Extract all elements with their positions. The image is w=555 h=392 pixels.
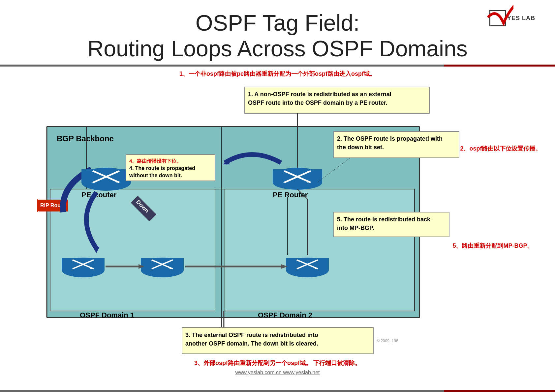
diagram-svg: 1. A non-OSPF route is redistributed as … bbox=[20, 80, 535, 357]
diagram-wrapper: 1. A non-OSPF route is redistributed as … bbox=[20, 80, 535, 357]
svg-text:2. The OSPF route is propagate: 2. The OSPF route is propagated with bbox=[337, 135, 443, 142]
chinese-note-5: 5、路由重新分配到MP-BGP。 bbox=[452, 242, 533, 250]
svg-rect-6 bbox=[50, 189, 215, 311]
title-line1: OSPF Tag Field: bbox=[196, 10, 360, 35]
bottom-divider bbox=[0, 390, 555, 392]
svg-text:© 2009_196: © 2009_196 bbox=[377, 339, 398, 343]
svg-text:into MP-BGP.: into MP-BGP. bbox=[337, 225, 374, 231]
chinese-note-3: 3、外部ospf路由重新分配到另一个ospf域。 下行端口被清除。 bbox=[20, 359, 535, 367]
svg-text:BGP Backbone: BGP Backbone bbox=[57, 134, 114, 143]
svg-rect-8 bbox=[225, 189, 415, 311]
svg-text:without the down bit.: without the down bit. bbox=[129, 173, 182, 178]
svg-text:the down bit set.: the down bit set. bbox=[337, 144, 384, 151]
header: OSPF Tag Field: Routing Loops Across OSP… bbox=[0, 0, 555, 65]
check-icon bbox=[487, 5, 513, 29]
svg-text:OSPF Domain 1: OSPF Domain 1 bbox=[80, 311, 134, 319]
title: OSPF Tag Field: Routing Loops Across OSP… bbox=[26, 10, 529, 61]
yeslab-checkbox bbox=[489, 10, 506, 26]
svg-text:OSPF route into the OSPF domai: OSPF route into the OSPF domain by a PE … bbox=[248, 99, 387, 106]
svg-text:PE Router: PE Router bbox=[81, 191, 117, 199]
svg-text:3. The external OSPF route is : 3. The external OSPF route is redistribu… bbox=[185, 332, 318, 338]
svg-text:4. The route is propagated: 4. The route is propagated bbox=[129, 165, 195, 171]
svg-text:PE Router: PE Router bbox=[273, 191, 308, 199]
svg-text:1. A non-OSPF route is redistr: 1. A non-OSPF route is redistributed as … bbox=[248, 91, 391, 98]
chinese-note-1: 1、一个非ospf路由被pe路由器重新分配为一个外部ospf路由进入ospf域。 bbox=[20, 70, 535, 78]
yeslab-logo: YES LAB bbox=[489, 10, 535, 26]
footer-links[interactable]: www.yeslab.com.cn www.yeslab.net bbox=[20, 370, 535, 376]
svg-text:OSPF Domain 2: OSPF Domain 2 bbox=[258, 311, 312, 319]
main-content: 1、一个非ospf路由被pe路由器重新分配为一个外部ospf路由进入ospf域。… bbox=[0, 67, 555, 379]
svg-text:another OSPF domain. The down : another OSPF domain. The down bit is cle… bbox=[185, 340, 318, 347]
chinese-note-2: 2、ospf路由以下位设置传播。 bbox=[460, 145, 541, 153]
svg-text:5. The route is redistributed : 5. The route is redistributed back bbox=[337, 216, 431, 223]
svg-text:4、路由传播没有下位。: 4、路由传播没有下位。 bbox=[129, 158, 181, 164]
title-line2: Routing Loops Across OSPF Domains bbox=[87, 36, 468, 61]
